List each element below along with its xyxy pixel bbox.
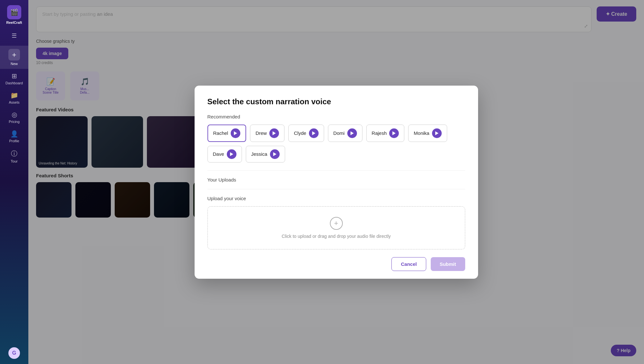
user-avatar[interactable]: G — [8, 347, 20, 359]
svg-marker-4 — [392, 131, 396, 135]
voice-name-dave: Dave — [213, 151, 224, 157]
svg-marker-2 — [312, 131, 315, 135]
voice-selection-modal: Select the custom narration voice Recomm… — [195, 86, 478, 279]
sidebar-item-profile[interactable]: 👤 Profile — [0, 127, 28, 146]
voice-chip-domi[interactable]: Domi — [328, 125, 362, 142]
voice-chip-dave[interactable]: Dave — [207, 146, 242, 163]
assets-icon: 📁 — [10, 91, 18, 99]
voice-chip-monika[interactable]: Monika — [408, 125, 447, 142]
sidebar-item-tour[interactable]: ⓘ Tour — [0, 146, 28, 166]
svg-marker-5 — [435, 131, 438, 135]
modal-backdrop: Select the custom narration voice Recomm… — [28, 0, 644, 364]
sidebar-item-pricing-label: Pricing — [9, 120, 20, 124]
svg-marker-1 — [273, 131, 276, 135]
sidebar-item-dashboard[interactable]: ⊞ Dashboard — [0, 69, 28, 88]
modal-title: Select the custom narration voice — [207, 97, 465, 106]
modal-divider-2 — [207, 189, 465, 189]
svg-marker-3 — [351, 131, 354, 135]
voice-play-domi[interactable] — [347, 128, 357, 138]
menu-icon[interactable]: ☰ — [12, 32, 17, 39]
voice-name-clyde: Clyde — [294, 130, 306, 136]
svg-marker-7 — [273, 152, 276, 156]
voice-play-jessica[interactable] — [270, 149, 280, 159]
voice-name-rajesh: Rajesh — [372, 130, 387, 136]
voice-chip-clyde[interactable]: Clyde — [288, 125, 324, 142]
voice-play-clyde[interactable] — [309, 128, 319, 138]
svg-marker-6 — [230, 152, 233, 156]
uploads-label: Your Uploads — [207, 177, 465, 182]
voice-name-jessica: Jessica — [251, 151, 267, 157]
new-icon: ＋ — [8, 49, 20, 61]
tour-icon: ⓘ — [11, 149, 17, 158]
upload-zone[interactable]: + Click to upload or drag and drop your … — [207, 206, 465, 249]
upload-text: Click to upload or drag and drop your au… — [282, 234, 391, 239]
sidebar: 🎬 ReelCraft ☰ ＋ New ⊞ Dashboard 📁 Assets… — [0, 0, 28, 364]
cancel-button[interactable]: Cancel — [391, 257, 426, 271]
voice-play-monika[interactable] — [432, 128, 442, 138]
upload-plus-icon: + — [330, 217, 343, 230]
pricing-icon: ◎ — [12, 111, 17, 118]
voice-chip-rajesh[interactable]: Rajesh — [366, 125, 405, 142]
upload-voice-label: Upload your voice — [207, 196, 465, 201]
modal-actions: Cancel Submit — [207, 257, 465, 271]
sidebar-item-dashboard-label: Dashboard — [5, 81, 23, 85]
voice-name-drew: Drew — [255, 130, 267, 136]
logo-icon: 🎬 — [7, 5, 21, 19]
modal-divider — [207, 170, 465, 171]
recommended-label: Recommended — [207, 114, 465, 119]
logo-text: ReelCraft — [6, 21, 22, 24]
logo[interactable]: 🎬 ReelCraft — [6, 5, 22, 24]
voice-chip-rachel[interactable]: Rachel — [207, 125, 246, 142]
main-content: Start by typing or pasting an idea ⤢ ✦ C… — [28, 0, 644, 364]
sidebar-item-assets-label: Assets — [9, 100, 19, 104]
voice-chip-jessica[interactable]: Jessica — [246, 146, 285, 163]
voice-grid: Rachel Drew Clyde — [207, 125, 465, 163]
voice-play-dave[interactable] — [227, 149, 236, 159]
profile-icon: 👤 — [10, 130, 18, 138]
sidebar-item-new-label: New — [11, 62, 18, 66]
voice-name-monika: Monika — [414, 130, 429, 136]
sidebar-item-pricing[interactable]: ◎ Pricing — [0, 107, 28, 127]
voice-play-rachel[interactable] — [231, 128, 240, 138]
voice-chip-drew[interactable]: Drew — [250, 125, 284, 142]
voice-name-rachel: Rachel — [213, 130, 228, 136]
sidebar-item-assets[interactable]: 📁 Assets — [0, 88, 28, 107]
submit-button[interactable]: Submit — [431, 257, 465, 271]
voice-name-domi: Domi — [333, 130, 345, 136]
sidebar-item-new[interactable]: ＋ New — [0, 46, 28, 69]
svg-marker-0 — [234, 131, 237, 135]
dashboard-icon: ⊞ — [12, 72, 17, 80]
sidebar-item-tour-label: Tour — [11, 159, 17, 163]
sidebar-item-profile-label: Profile — [9, 139, 19, 143]
voice-play-rajesh[interactable] — [389, 128, 399, 138]
voice-play-drew[interactable] — [269, 128, 279, 138]
